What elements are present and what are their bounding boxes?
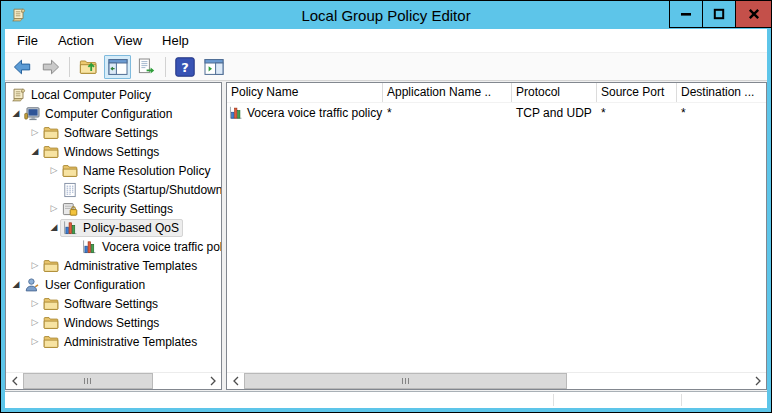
scrollbar-thumb[interactable] <box>244 373 567 389</box>
tree-item-security-settings[interactable]: ▷Security Settings <box>6 199 221 218</box>
folder-icon <box>62 163 78 179</box>
expander-expanded-icon[interactable]: ◢ <box>48 223 60 232</box>
forward-arrow-button[interactable] <box>37 55 64 79</box>
export-list-icon <box>137 58 157 76</box>
folder-icon <box>43 296 59 312</box>
cell-protocol: TCP and UDP <box>512 103 597 122</box>
cell-policy-name: Vocera voice traffic policy <box>227 103 383 122</box>
status-bar <box>5 391 767 408</box>
expander-collapsed-icon[interactable]: ▷ <box>29 299 41 308</box>
chevron-left-icon <box>11 376 19 386</box>
cell-source-port: * <box>597 103 677 122</box>
policy-list-pane: Policy NameApplication Name ..ProtocolSo… <box>226 82 767 390</box>
tree-item-label: Local Computer Policy <box>31 88 151 102</box>
expander-expanded-icon[interactable]: ◢ <box>10 109 22 118</box>
tree-item-vocera-voice-traffic-policy[interactable]: Vocera voice traffic policy <box>6 237 221 256</box>
help-button[interactable]: ? <box>171 55 198 79</box>
tree-item-label: Security Settings <box>83 202 173 216</box>
scrollbar-track[interactable] <box>244 373 749 389</box>
expander-expanded-icon[interactable]: ◢ <box>10 280 22 289</box>
back-arrow-button[interactable] <box>8 55 35 79</box>
toolbar-separator <box>165 57 166 77</box>
expander-collapsed-icon[interactable]: ▷ <box>29 318 41 327</box>
show-action-pane-button[interactable] <box>200 55 227 79</box>
tree-label-box: Name Resolution Policy <box>60 162 214 180</box>
tree-item-policy-based-qos[interactable]: ◢Policy-based QoS <box>6 218 221 237</box>
tree-item-software-settings[interactable]: ▷Software Settings <box>6 123 221 142</box>
tree-view: Local Computer Policy◢Computer Configura… <box>6 83 221 351</box>
scroll-right-button[interactable] <box>749 373 766 389</box>
scrollbar-track[interactable] <box>23 373 204 389</box>
menu-bar: FileActionViewHelp <box>5 29 767 53</box>
tree-item-label: Policy-based QoS <box>83 221 179 235</box>
scroll-left-button[interactable] <box>6 373 23 389</box>
tree-item-user-configuration[interactable]: ◢User Configuration <box>6 275 221 294</box>
menu-view[interactable]: View <box>104 33 152 48</box>
qos-icon <box>81 239 97 255</box>
tree-item-label: Software Settings <box>64 297 158 311</box>
tree-item-windows-settings[interactable]: ◢Windows Settings <box>6 142 221 161</box>
chevron-left-icon <box>232 376 240 386</box>
cell-application-name: * <box>383 103 512 122</box>
scroll-right-button[interactable] <box>204 373 221 389</box>
up-one-level-button[interactable] <box>75 55 102 79</box>
help-icon: ? <box>175 57 195 77</box>
minimize-icon <box>680 8 692 20</box>
scroll-left-button[interactable] <box>227 373 244 389</box>
maximize-icon <box>713 8 725 20</box>
tree-item-software-settings[interactable]: ▷Software Settings <box>6 294 221 313</box>
tree-item-local-computer-policy[interactable]: Local Computer Policy <box>6 85 221 104</box>
expander-collapsed-icon[interactable]: ▷ <box>48 166 60 175</box>
show-console-tree-button[interactable] <box>104 55 131 79</box>
show-action-pane-icon <box>204 58 224 76</box>
column-header-application-name[interactable]: Application Name .. <box>383 83 512 102</box>
chevron-right-icon <box>754 376 762 386</box>
expander-expanded-icon[interactable]: ◢ <box>29 147 41 156</box>
maximize-button[interactable] <box>702 1 735 28</box>
tree-selection: Policy-based QoS <box>60 219 183 237</box>
tree-item-label: Scripts (Startup/Shutdown) <box>83 183 221 197</box>
tree-item-computer-configuration[interactable]: ◢Computer Configuration <box>6 104 221 123</box>
window-titlebar[interactable]: Local Group Policy Editor <box>1 1 771 29</box>
scripts-icon <box>62 182 78 198</box>
forward-arrow-icon <box>41 57 61 77</box>
tree-item-label: Administrative Templates <box>64 259 197 273</box>
menu-help[interactable]: Help <box>152 33 199 48</box>
column-header-protocol[interactable]: Protocol <box>512 83 597 102</box>
menu-action[interactable]: Action <box>48 33 104 48</box>
tree-item-windows-settings[interactable]: ▷Windows Settings <box>6 313 221 332</box>
minimize-button[interactable] <box>669 1 702 28</box>
export-list-button[interactable] <box>133 55 160 79</box>
tree-item-name-resolution-policy[interactable]: ▷Name Resolution Policy <box>6 161 221 180</box>
close-button[interactable] <box>735 1 771 28</box>
user-icon <box>24 277 40 293</box>
toolbar-separator <box>69 57 70 77</box>
tree-item-administrative-templates[interactable]: ▷Administrative Templates <box>6 332 221 351</box>
tree-horizontal-scrollbar[interactable] <box>6 372 221 389</box>
tree-label-box: Local Computer Policy <box>8 86 155 104</box>
column-header-source-port[interactable]: Source Port <box>597 83 677 102</box>
qos-icon <box>62 220 78 236</box>
tree-item-label: Administrative Templates <box>64 335 197 349</box>
toolbar: ? <box>5 53 767 81</box>
scrollbar-thumb[interactable] <box>23 373 153 389</box>
column-header-policy-name[interactable]: Policy Name <box>227 83 383 102</box>
folder-icon <box>43 258 59 274</box>
tree-label-box: Vocera voice traffic policy <box>79 238 221 256</box>
column-header-destination[interactable]: Destination ... <box>677 83 766 102</box>
computer-icon <box>24 106 40 122</box>
menu-file[interactable]: File <box>7 33 48 48</box>
tree-item-label: Windows Settings <box>64 145 159 159</box>
tree-item-scripts-startup-shutdown[interactable]: Scripts (Startup/Shutdown) <box>6 180 221 199</box>
statusbar-separator <box>681 394 682 406</box>
list-row-vocera-voice-traffic-policy[interactable]: Vocera voice traffic policy*TCP and UDP*… <box>227 103 766 122</box>
expander-collapsed-icon[interactable]: ▷ <box>29 128 41 137</box>
chevron-right-icon <box>209 376 217 386</box>
list-horizontal-scrollbar[interactable] <box>227 372 766 389</box>
tree-label-box: Security Settings <box>60 200 177 218</box>
tree-item-administrative-templates[interactable]: ▷Administrative Templates <box>6 256 221 275</box>
expander-collapsed-icon[interactable]: ▷ <box>29 337 41 346</box>
cell-destination: * <box>677 103 766 122</box>
expander-collapsed-icon[interactable]: ▷ <box>29 261 41 270</box>
expander-collapsed-icon[interactable]: ▷ <box>48 204 60 213</box>
